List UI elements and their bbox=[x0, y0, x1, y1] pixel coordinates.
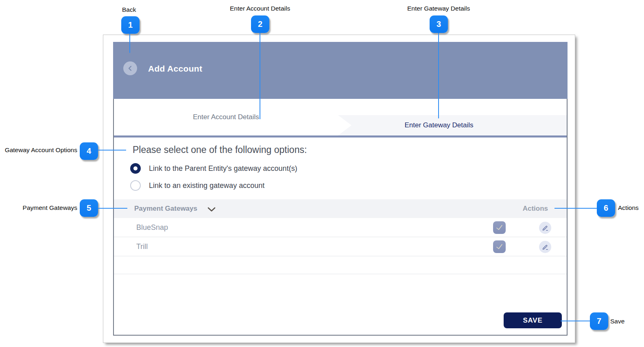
tab-arrow-shape bbox=[338, 115, 351, 135]
annotation-line-7 bbox=[561, 321, 590, 321]
edit-pencil-icon bbox=[542, 225, 549, 231]
annotation-line-4 bbox=[98, 150, 126, 151]
checkmark-icon bbox=[495, 242, 504, 251]
chevron-left-icon bbox=[127, 65, 133, 72]
radio-option-label: Link to the Parent Entity's gateway acco… bbox=[149, 164, 297, 173]
annotation-badge-7: 7 bbox=[590, 312, 608, 330]
radio-option-parent-gateway[interactable]: Link to the Parent Entity's gateway acco… bbox=[130, 163, 297, 174]
annotation-label-back: Back bbox=[122, 6, 136, 13]
edit-pencil-icon bbox=[542, 244, 549, 251]
tab-enter-gateway-details[interactable]: Enter Gateway Details bbox=[338, 115, 567, 135]
dialog-header: Add Account bbox=[113, 42, 568, 99]
annotation-label-gateway-account-options: Gateway Account Options bbox=[4, 146, 77, 154]
annotation-line-1 bbox=[129, 34, 130, 53]
annotation-badge-2: 2 bbox=[251, 15, 269, 33]
annotation-badge-3: 3 bbox=[430, 15, 448, 33]
annotation-badge-4: 4 bbox=[80, 142, 98, 160]
annotation-badge-5: 5 bbox=[80, 199, 98, 217]
payment-gateways-header: Payment Gateways bbox=[134, 205, 197, 213]
annotation-label-save: Save bbox=[610, 318, 624, 325]
gateway-name: Trill bbox=[136, 237, 148, 256]
annotated-screenshot-page: Add Account Enter Account Details Enter … bbox=[0, 0, 644, 347]
radio-selected-icon[interactable] bbox=[130, 163, 141, 174]
table-row: BlueSnap bbox=[114, 218, 567, 237]
gateway-name: BlueSnap bbox=[136, 218, 168, 237]
edit-button[interactable] bbox=[539, 222, 551, 234]
save-button[interactable]: SAVE bbox=[504, 312, 562, 328]
back-button[interactable] bbox=[123, 61, 137, 75]
annotation-badge-1: 1 bbox=[121, 16, 140, 34]
annotation-label-payment-gateways: Payment Gateways bbox=[4, 204, 77, 212]
gateway-checkbox[interactable] bbox=[493, 240, 506, 253]
tab-label: Enter Gateway Details bbox=[404, 121, 473, 129]
checkmark-icon bbox=[495, 223, 504, 232]
annotation-label-enter-account-details: Enter Account Details bbox=[230, 5, 290, 12]
actions-header: Actions bbox=[523, 205, 548, 213]
annotation-line-5 bbox=[98, 208, 127, 209]
annotation-line-2 bbox=[260, 33, 260, 119]
annotation-badge-6: 6 bbox=[597, 199, 615, 217]
table-row-empty bbox=[114, 256, 567, 274]
gateways-table-header: Payment Gateways Actions bbox=[114, 199, 567, 218]
annotation-line-3 bbox=[438, 33, 439, 118]
options-prompt: Please select one of the following optio… bbox=[133, 144, 307, 155]
page-title: Add Account bbox=[148, 64, 202, 74]
tab-enter-account-details[interactable]: Enter Account Details bbox=[114, 99, 338, 135]
add-account-dialog: Add Account Enter Account Details Enter … bbox=[103, 35, 575, 343]
chevron-down-icon[interactable] bbox=[207, 206, 216, 214]
radio-option-label: Link to an existing gateway account bbox=[149, 181, 264, 190]
table-row: Trill bbox=[114, 237, 567, 256]
radio-option-existing-gateway[interactable]: Link to an existing gateway account bbox=[130, 180, 264, 191]
annotation-line-6 bbox=[554, 208, 597, 209]
wizard-tabs: Enter Account Details Enter Gateway Deta… bbox=[114, 99, 567, 137]
edit-button[interactable] bbox=[539, 241, 551, 253]
gateway-checkbox[interactable] bbox=[493, 221, 506, 234]
dialog-body: Enter Account Details Enter Gateway Deta… bbox=[113, 99, 568, 336]
tab-label: Enter Account Details bbox=[193, 113, 259, 121]
radio-unselected-icon[interactable] bbox=[130, 180, 141, 191]
annotation-label-actions: Actions bbox=[618, 204, 639, 212]
annotation-label-enter-gateway-details: Enter Gateway Details bbox=[407, 5, 470, 12]
